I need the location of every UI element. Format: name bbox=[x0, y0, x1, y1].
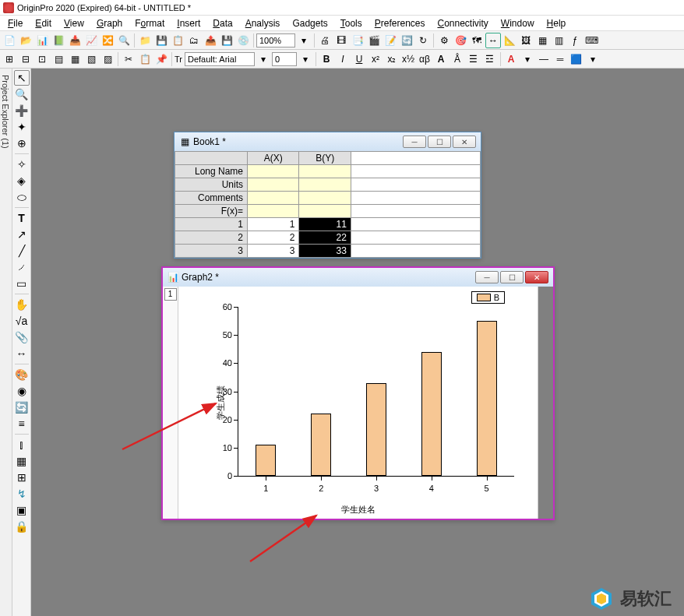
row-n[interactable]: 3 bbox=[175, 245, 248, 258]
x-axis-title[interactable]: 学生姓名 bbox=[341, 504, 375, 516]
cell[interactable]: 22 bbox=[299, 231, 351, 245]
reader-tool[interactable]: ➕ bbox=[14, 103, 30, 118]
sheet3-button[interactable]: ▨ bbox=[100, 51, 115, 67]
subscript-button[interactable]: x₂ bbox=[384, 51, 400, 67]
config-button[interactable]: ⚙ bbox=[436, 33, 452, 48]
new-project-button[interactable]: 📄 bbox=[2, 33, 17, 48]
video-button[interactable]: 🎬 bbox=[366, 33, 382, 48]
cursor-tool[interactable]: ⊕ bbox=[14, 136, 30, 151]
col-b-header[interactable]: B(Y) bbox=[299, 152, 351, 165]
function-button[interactable]: ƒ bbox=[567, 33, 583, 48]
paste-button[interactable]: 📌 bbox=[153, 51, 169, 67]
worksheet2-button[interactable]: ⊟ bbox=[18, 51, 33, 67]
arrow-tool[interactable]: ↗ bbox=[14, 227, 30, 242]
list-button[interactable]: ☲ bbox=[482, 51, 498, 67]
line-tool[interactable]: ╱ bbox=[14, 243, 30, 259]
grid2-button[interactable]: ▤ bbox=[51, 51, 66, 67]
graph-titlebar[interactable]: 📊 Graph2 * ─ ☐ ✕ bbox=[163, 268, 553, 287]
new-folder-button[interactable]: 📂 bbox=[18, 33, 33, 48]
menu-tools[interactable]: Tools bbox=[340, 18, 362, 29]
merge-tool[interactable]: ⊞ bbox=[14, 470, 30, 485]
slide-button[interactable]: 🎞 bbox=[333, 33, 349, 48]
color-tool[interactable]: 🎨 bbox=[14, 367, 30, 382]
batch-button[interactable]: 🗂 bbox=[186, 33, 202, 48]
cell[interactable] bbox=[299, 205, 351, 218]
new-workbook-button[interactable]: 📊 bbox=[34, 33, 50, 48]
template-button[interactable]: 📐 bbox=[502, 33, 517, 48]
save-button[interactable]: 💾 bbox=[153, 33, 169, 48]
bar[interactable] bbox=[421, 352, 442, 476]
cell[interactable]: 11 bbox=[299, 218, 351, 231]
menu-window[interactable]: Window bbox=[501, 18, 534, 29]
digitizer-button[interactable]: 🎯 bbox=[453, 33, 468, 48]
import-wizard-button[interactable]: 📥 bbox=[67, 33, 83, 48]
rescale-button[interactable]: ↔ bbox=[485, 33, 501, 48]
cell[interactable]: 1 bbox=[248, 218, 299, 231]
fill-button[interactable]: 🟦 bbox=[569, 51, 584, 67]
datareader-tool[interactable]: ✦ bbox=[14, 119, 30, 135]
refresh-button[interactable]: ↻ bbox=[415, 33, 431, 48]
menu-insert[interactable]: Insert bbox=[177, 18, 200, 29]
align-button[interactable]: ☰ bbox=[466, 51, 481, 67]
axes[interactable]: 010203040506012345 bbox=[238, 307, 514, 477]
workbook-close[interactable]: ✕ bbox=[453, 136, 476, 148]
graph-close[interactable]: ✕ bbox=[525, 271, 548, 283]
menu-data[interactable]: Data bbox=[213, 18, 232, 29]
new-excel-button[interactable]: 📗 bbox=[51, 33, 66, 48]
menu-preferences[interactable]: Preferences bbox=[375, 18, 425, 29]
plot-area[interactable]: B 学生成绩 010203040506012345 学生姓名 bbox=[178, 287, 538, 519]
pan-tool[interactable]: ✋ bbox=[14, 297, 30, 312]
extract-tool[interactable]: ↯ bbox=[14, 486, 30, 502]
row-n[interactable]: 2 bbox=[175, 231, 248, 245]
fontcolor-button[interactable]: A bbox=[503, 51, 519, 67]
text-tool[interactable]: T bbox=[14, 210, 30, 226]
cell[interactable] bbox=[248, 192, 299, 205]
font-dropdown[interactable]: ▾ bbox=[256, 51, 271, 67]
legend-tool[interactable]: ≡ bbox=[14, 416, 30, 431]
zoom-dropdown[interactable]: ▾ bbox=[296, 33, 312, 48]
recalculate-button[interactable]: 🔄 bbox=[399, 33, 414, 48]
menu-analysis[interactable]: Analysis bbox=[245, 18, 280, 29]
comments-header[interactable]: Comments bbox=[175, 192, 248, 205]
bar[interactable] bbox=[366, 383, 386, 476]
zoomin-tool[interactable]: 🔍 bbox=[14, 86, 30, 102]
region-tool[interactable]: ⬭ bbox=[14, 189, 30, 205]
graph-maximize[interactable]: ☐ bbox=[500, 271, 524, 283]
layers-button[interactable]: 🗺 bbox=[469, 33, 485, 48]
3d-tool[interactable]: ◉ bbox=[14, 383, 30, 399]
cell[interactable]: 2 bbox=[248, 231, 299, 245]
menu-edit[interactable]: Edit bbox=[35, 18, 51, 29]
cell[interactable] bbox=[299, 178, 351, 192]
greek-button[interactable]: αβ bbox=[417, 51, 432, 67]
menu-graph[interactable]: Graph bbox=[97, 18, 122, 29]
save-template-button[interactable]: 📋 bbox=[170, 33, 185, 48]
object-tool[interactable]: ▣ bbox=[14, 502, 30, 518]
worksheet-button[interactable]: ⊞ bbox=[2, 51, 17, 67]
fill-dropdown[interactable]: ▾ bbox=[585, 51, 601, 67]
layer-tab[interactable]: 1 bbox=[164, 288, 177, 301]
cell[interactable] bbox=[248, 178, 299, 192]
lock-tool[interactable]: 🔒 bbox=[14, 519, 30, 534]
project-explorer-tab[interactable]: Project Explorer (1) bbox=[1, 72, 10, 613]
import-multiple-button[interactable]: 💿 bbox=[235, 33, 251, 48]
axis-tool[interactable]: ⫿ bbox=[14, 437, 30, 452]
workbook-table[interactable]: A(X) B(Y) Long Name Units Comments F(x)=… bbox=[175, 151, 481, 258]
cell[interactable] bbox=[299, 192, 351, 205]
units-header[interactable]: Units bbox=[175, 178, 248, 192]
sqrt-tool[interactable]: √a bbox=[14, 313, 30, 329]
fontsize-input[interactable] bbox=[272, 52, 297, 66]
bar[interactable] bbox=[311, 414, 331, 476]
row-n[interactable]: 1 bbox=[175, 218, 248, 231]
cell[interactable] bbox=[299, 165, 351, 178]
cell[interactable]: 33 bbox=[299, 245, 351, 258]
underline-button[interactable]: U bbox=[351, 51, 367, 67]
zoom-input[interactable] bbox=[256, 33, 295, 48]
matrix-button[interactable]: ▦ bbox=[534, 33, 550, 48]
font-input[interactable] bbox=[185, 52, 255, 66]
workbook-minimize[interactable]: ─ bbox=[403, 136, 426, 148]
smallfont-button[interactable]: Å bbox=[450, 51, 465, 67]
code-button[interactable]: ⌨ bbox=[584, 33, 599, 48]
line-button[interactable]: — bbox=[536, 51, 552, 67]
bigfont-button[interactable]: A bbox=[433, 51, 449, 67]
super-sub-button[interactable]: x½ bbox=[400, 51, 416, 67]
